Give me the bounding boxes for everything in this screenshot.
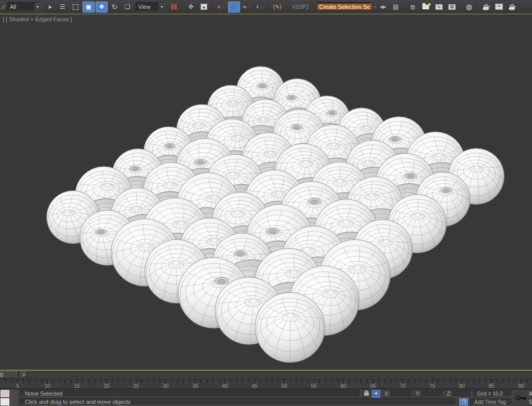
cube-icon: ▣ [86,3,91,10]
dashed-square-icon [73,4,78,10]
x-axis-label: X: [384,391,389,397]
window-toggle-button[interactable]: ❐ [459,398,468,405]
select-and-scale-button[interactable]: ❏ [122,2,134,12]
snap-toggle-3d-button[interactable]: 3∩ [215,2,227,12]
frame-label: 85 [486,383,497,388]
braces-pencil-icon: {✎} [273,4,282,10]
select-object-button[interactable]: ➤ [44,2,56,12]
frame-tick [355,380,356,383]
next-frame-button[interactable]: > [20,371,28,378]
schematic-icon: ⊞ [448,4,456,10]
angle-snap-toggle[interactable]: ∩ [228,2,240,12]
frame-tick [420,380,421,383]
select-and-rotate-button[interactable]: ↻ [109,2,121,12]
y-axis-label: Y: [416,391,420,397]
rendered-frame-window-button[interactable]: ☕ [493,2,505,12]
material-editor-button[interactable]: ◍ [463,2,475,12]
frame-tick [515,380,516,383]
frame-tick [497,380,498,383]
x-coordinate-input[interactable] [391,390,413,397]
curve-icon: ∿ [435,4,443,10]
frame-label: 20 [101,383,112,388]
frame-tick [266,380,267,383]
scene-explorer-button[interactable] [420,2,432,12]
layer-manager-button[interactable]: ≣ [407,2,419,12]
frame-tick [130,380,131,383]
selection-filter-value: All [8,4,34,10]
magnet-icon: ∩ [232,3,236,10]
frame-tick [260,380,261,383]
frame-tick [396,380,397,383]
named-selection-sets-dropdown[interactable]: Create Selection Se ▼ [316,2,370,11]
listener-splitter[interactable] [10,389,19,406]
frame-label: 15 [71,383,83,388]
frame-tick [230,380,231,383]
align-button[interactable]: ▤ [390,2,402,12]
toolbar-divider [374,2,375,11]
track-bar-ruler[interactable]: 51015202530354045505560657075808590 [0,379,532,388]
frame-label: 75 [427,383,438,388]
render-setup-button[interactable]: ☕ [480,2,492,12]
mirror-button[interactable]: ◀▶ [377,2,389,12]
selection-filter-dropdown[interactable]: All ▼ [7,2,42,11]
frame-label: 35 [190,383,201,388]
rectangular-selection-region-button[interactable] [70,2,82,12]
render-production-button[interactable]: ☕ [506,2,518,12]
time-slider-track[interactable]: 0 > [0,371,532,379]
time-slider-handle[interactable]: 0 [0,371,19,378]
frame-tick [408,380,409,383]
grid-size-display: Grid = 10,0 [474,390,512,397]
layers-icon: ≣ [410,3,416,11]
move-arrows-icon: ✥ [99,3,104,10]
frame-tick [319,380,320,383]
frame-label: 5 [12,383,23,388]
frame-label: 55 [308,383,320,388]
reference-coordinate-system-dropdown[interactable]: View ▼ [136,2,166,11]
chevron-down-icon[interactable]: ▼ [34,3,41,11]
frame-tick [71,380,72,383]
frame-tick [88,380,89,383]
frame-tick [189,380,190,383]
set-key-button[interactable]: Se [529,399,532,405]
main-toolbar: ∿∿ All ▼ ➤ ☰ ▣ ✥ ↻ ❏ View ▼ ✜ ▲ 3∩ ∩ [0,0,532,13]
frame-tick [201,380,202,383]
frame-tick [236,380,237,383]
toolbar-divider [460,2,461,11]
edit-named-selection-sets-button[interactable]: {✎} [271,2,283,12]
keyboard-shortcut-override-button[interactable]: ▲ [198,2,210,12]
use-pivot-point-center-button[interactable] [168,2,180,12]
spinner-icon: ⇕ [256,5,259,9]
frame-label: 10 [42,383,53,388]
window-crossing-toggle[interactable]: ▣ [83,2,95,12]
perspective-viewport[interactable]: ] [ Shaded + Edged Faces ] [0,15,532,370]
frame-tick [325,380,326,383]
frame-tick [503,380,504,383]
frame-tick [148,380,149,383]
auto-key-button[interactable]: Aut [529,391,532,397]
spinner-snap-toggle[interactable]: ⇕∩ [254,2,266,12]
frame-tick [248,380,249,383]
curve-editor-button[interactable]: ∿ [433,2,445,12]
teapot-page-icon: ☕ [482,3,490,10]
absolute-mode-toggle[interactable]: ✛ [372,390,380,398]
viewport-shading-label[interactable]: ] [ Shaded + Edged Faces ] [3,16,72,22]
y-coordinate-input[interactable] [422,390,444,397]
select-by-name-button[interactable]: ☰ [57,2,69,12]
maxscript-mini-listener-macro[interactable] [1,390,9,397]
selection-lock-toggle[interactable] [363,390,370,397]
chevron-down-icon[interactable]: ▼ [158,3,165,11]
frame-label: 90 [515,383,527,388]
select-and-move-button[interactable]: ✥ [96,2,108,12]
frame-tick [384,380,385,383]
percent-snap-toggle[interactable]: %∩ [241,2,253,12]
z-coordinate-input[interactable] [453,390,472,397]
frame-tick [112,380,113,383]
maxscript-mini-listener[interactable] [1,398,9,405]
schematic-view-button[interactable]: ⊞ [446,2,458,12]
toolbar-divider [212,2,213,11]
select-and-manipulate-button[interactable]: ✜ [185,2,197,12]
add-time-tag-button[interactable]: Add Time Tag [471,399,512,405]
selection-set-value: Create Selection Se [317,4,372,10]
set-keys-button[interactable] [514,390,528,405]
percent-label: % [243,5,246,9]
